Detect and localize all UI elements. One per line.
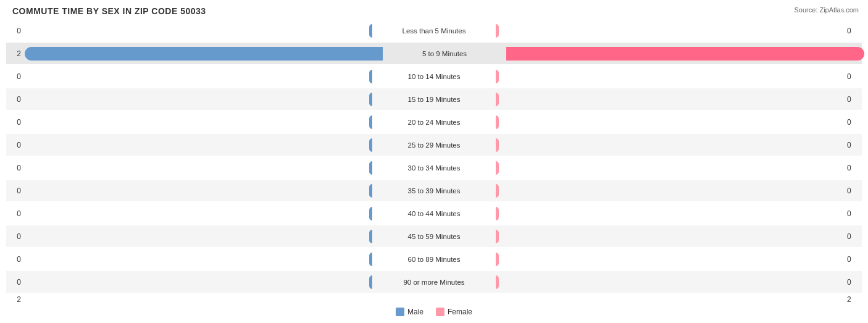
axis-left-value: 2 — [6, 295, 25, 304]
left-value: 0 — [6, 164, 25, 172]
left-value: 0 — [6, 27, 25, 35]
row-label: 25 to 29 Minutes — [372, 141, 496, 149]
right-bar-area — [496, 70, 843, 83]
right-value: 0 — [843, 255, 862, 264]
right-bar-area — [496, 184, 843, 198]
left-bar-area — [25, 275, 372, 289]
source-label: Source: ZipAtlas.com — [794, 6, 859, 14]
bar-row: 0 15 to 19 Minutes 0 — [6, 88, 862, 110]
legend-female: Female — [436, 308, 472, 316]
female-bar — [496, 70, 499, 83]
right-value: 0 — [843, 72, 862, 81]
left-value: 0 — [6, 95, 25, 104]
right-value: 0 — [843, 141, 862, 149]
left-value: 0 — [6, 232, 25, 241]
female-bar — [496, 93, 499, 106]
bar-row: 0 60 to 89 Minutes 0 — [6, 248, 862, 270]
left-value: 0 — [6, 187, 25, 195]
right-value: 0 — [843, 278, 862, 287]
left-value: 0 — [6, 118, 25, 127]
legend: Male Female — [6, 308, 862, 316]
right-value: 0 — [843, 209, 862, 218]
left-value: 0 — [6, 72, 25, 81]
female-label: Female — [448, 308, 472, 316]
chart-title: COMMUTE TIME BY SEX IN ZIP CODE 50033 — [6, 6, 862, 16]
left-bar-area — [25, 115, 372, 129]
rows-area: 0 Less than 5 Minutes 0 2 5 to 9 Minutes… — [6, 20, 862, 293]
right-value: 0 — [843, 232, 862, 241]
bar-row: 0 35 to 39 Minutes 0 — [6, 180, 862, 201]
left-bar-area — [25, 207, 372, 220]
bar-row: 0 25 to 29 Minutes 0 — [6, 134, 862, 156]
row-label: 30 to 34 Minutes — [372, 164, 496, 172]
row-label: 35 to 39 Minutes — [372, 187, 496, 195]
right-value: 0 — [843, 27, 862, 35]
bar-row: 0 45 to 59 Minutes 0 — [6, 225, 862, 247]
right-bar-area — [506, 47, 864, 61]
female-swatch — [436, 308, 444, 316]
bar-row: 0 30 to 34 Minutes 0 — [6, 157, 862, 178]
right-bar-area — [496, 253, 843, 266]
left-bar-area — [25, 24, 372, 38]
female-bar — [506, 47, 864, 61]
right-bar-area — [496, 275, 843, 289]
right-bar-area — [496, 161, 843, 175]
female-bar — [496, 253, 499, 266]
left-bar-area — [25, 70, 372, 83]
female-bar — [496, 161, 499, 175]
left-value: 0 — [6, 141, 25, 149]
row-label: 40 to 44 Minutes — [372, 210, 496, 217]
right-bar-area — [496, 230, 843, 243]
left-bar-area — [25, 161, 372, 175]
right-bar-area — [496, 115, 843, 129]
female-bar — [496, 207, 499, 220]
left-bar-area — [25, 184, 372, 198]
right-value: 0 — [843, 164, 862, 172]
bar-row: 0 10 to 14 Minutes 0 — [6, 65, 862, 87]
legend-male: Male — [396, 308, 424, 316]
row-label: Less than 5 Minutes — [372, 27, 496, 35]
axis-row: 2 2 — [6, 295, 862, 304]
female-bar — [496, 115, 499, 129]
left-bar-area — [25, 47, 383, 61]
row-label: 20 to 24 Minutes — [372, 119, 496, 126]
right-value: 0 — [843, 118, 862, 127]
row-label: 10 to 14 Minutes — [372, 73, 496, 80]
right-bar-area — [496, 24, 843, 38]
right-value: 2 — [864, 49, 868, 58]
left-value: 0 — [6, 278, 25, 287]
chart-container: COMMUTE TIME BY SEX IN ZIP CODE 50033 So… — [0, 0, 868, 323]
bar-row: 0 90 or more Minutes 0 — [6, 271, 862, 293]
left-value: 0 — [6, 209, 25, 218]
female-bar — [496, 24, 499, 38]
female-bar — [496, 275, 499, 289]
right-bar-area — [496, 207, 843, 220]
left-bar-area — [25, 253, 372, 266]
left-bar-area — [25, 93, 372, 106]
left-bar-area — [25, 230, 372, 243]
left-value: 2 — [6, 49, 25, 58]
right-value: 0 — [843, 187, 862, 195]
male-bar — [25, 47, 383, 61]
male-swatch — [396, 308, 404, 316]
row-label: 15 to 19 Minutes — [372, 96, 496, 103]
female-bar — [496, 230, 499, 243]
row-label: 5 to 9 Minutes — [383, 50, 506, 57]
female-bar — [496, 184, 499, 198]
male-label: Male — [407, 308, 424, 316]
bar-row: 0 20 to 24 Minutes 0 — [6, 111, 862, 133]
left-bar-area — [25, 138, 372, 152]
row-label: 60 to 89 Minutes — [372, 256, 496, 263]
right-bar-area — [496, 138, 843, 152]
bar-row: 0 40 to 44 Minutes 0 — [6, 203, 862, 224]
female-bar — [496, 138, 499, 152]
bar-row: 0 Less than 5 Minutes 0 — [6, 20, 862, 41]
row-label: 45 to 59 Minutes — [372, 233, 496, 240]
left-value: 0 — [6, 255, 25, 264]
right-bar-area — [496, 93, 843, 106]
axis-right-value: 2 — [843, 295, 862, 304]
right-value: 0 — [843, 95, 862, 104]
bar-row: 2 5 to 9 Minutes 2 — [6, 43, 862, 64]
row-label: 90 or more Minutes — [372, 279, 496, 286]
